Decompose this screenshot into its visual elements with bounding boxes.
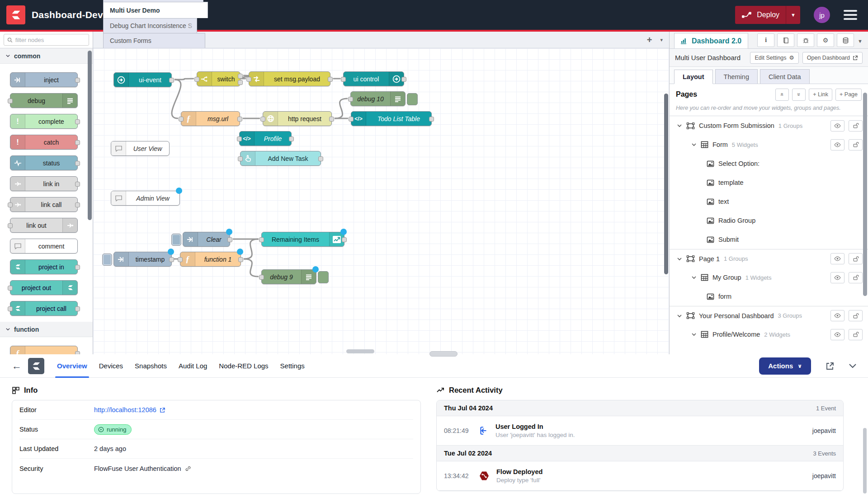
tree-widget-radio-group[interactable]: Radio Group xyxy=(670,211,868,230)
input-port[interactable] xyxy=(246,77,251,82)
flow-tab-debug-chart-inconsistence-s[interactable]: Debug Chart Inconsistence S xyxy=(103,18,197,33)
flow-node-debug[interactable]: debug xyxy=(10,93,78,108)
flow-node-clear[interactable]: Clear xyxy=(183,232,230,247)
visibility-button[interactable] xyxy=(830,329,844,340)
flow-node-link-in[interactable]: link in xyxy=(10,176,78,191)
expand-all-button[interactable]: » xyxy=(792,89,806,101)
output-port[interactable] xyxy=(429,117,434,122)
input-port[interactable] xyxy=(238,156,243,161)
nav-tab-settings[interactable]: Settings xyxy=(278,354,307,378)
tree-group-profile-welcome[interactable]: Profile/Welcome2 Widgets xyxy=(670,325,868,344)
output-port[interactable] xyxy=(237,117,242,122)
tree-widget-submit[interactable]: Submit xyxy=(670,230,868,249)
palette-filter-input[interactable] xyxy=(15,37,85,43)
visibility-button[interactable] xyxy=(830,139,844,150)
flow-node-debug-9[interactable]: debug 9 xyxy=(261,269,316,284)
flow-node-todo-list-table[interactable]: </>Todo List Table xyxy=(351,111,432,126)
input-port[interactable] xyxy=(237,136,242,141)
chevron-down-icon[interactable] xyxy=(677,256,682,262)
output-port[interactable] xyxy=(227,237,232,242)
flow-tab-multi-user-demo[interactable]: Multi User Demo xyxy=(103,2,208,18)
editor-link[interactable]: http://localhost:12086 xyxy=(94,406,165,413)
flow-node-link-call[interactable]: link call xyxy=(10,197,78,212)
flow-node-ui-control[interactable]: ui control xyxy=(343,71,404,86)
tree-group-my-group[interactable]: My Group1 Widgets xyxy=(670,268,868,287)
flow-node-node[interactable]: ƒ xyxy=(10,346,78,354)
sidebar-help-tab[interactable] xyxy=(777,33,794,47)
output-port[interactable] xyxy=(342,237,347,242)
visibility-button[interactable] xyxy=(830,120,844,132)
lock-button[interactable] xyxy=(849,272,863,283)
lock-button[interactable] xyxy=(849,253,863,264)
collapse-all-button[interactable]: « xyxy=(775,89,789,101)
edit-settings-button[interactable]: Edit Settings⚙ xyxy=(750,52,798,64)
add-page-button[interactable]: + Page xyxy=(835,89,862,101)
tab-dashboard-2[interactable]: Dashboard 2.0 xyxy=(674,33,748,48)
output-port[interactable] xyxy=(289,136,294,141)
output-port-1[interactable] xyxy=(238,74,243,79)
sidebar-context-tab[interactable] xyxy=(837,33,854,47)
input-port[interactable] xyxy=(178,257,183,262)
input-port[interactable] xyxy=(259,275,264,280)
tab-client-data[interactable]: Client Data xyxy=(760,69,810,84)
input-port[interactable] xyxy=(348,97,353,102)
nav-tab-audit-log[interactable]: Audit Log xyxy=(177,354,209,378)
flow-node-complete[interactable]: !complete xyxy=(10,114,78,129)
lock-button[interactable] xyxy=(849,120,863,132)
actions-button[interactable]: Actions∨ xyxy=(759,357,811,375)
comment-node-user-view[interactable]: User View xyxy=(111,141,170,156)
tree-page-page-1[interactable]: Page 11 Groups xyxy=(670,249,868,268)
debug-toggle-button[interactable] xyxy=(318,271,329,283)
input-port[interactable] xyxy=(194,77,199,82)
flow-list-caret[interactable]: ▾ xyxy=(660,37,663,43)
sidebar-info-tab[interactable]: i xyxy=(757,33,774,47)
comment-node-admin-view[interactable]: Admin View xyxy=(111,191,180,206)
input-port[interactable] xyxy=(179,117,184,122)
output-port[interactable] xyxy=(318,156,323,161)
palette-scrollbar[interactable] xyxy=(88,51,92,220)
collapse-panel-icon[interactable] xyxy=(849,364,856,368)
output-port-2[interactable] xyxy=(238,80,243,85)
tree-page-your-personal-dashboard[interactable]: Your Personal Dashboard3 Groups xyxy=(670,306,868,325)
sidebar-tabs-caret[interactable]: ▼ xyxy=(858,38,863,44)
lock-button[interactable] xyxy=(849,139,863,150)
palette-category-common[interactable]: common xyxy=(0,48,93,64)
canvas-hscrollbar[interactable] xyxy=(346,349,374,353)
chevron-down-icon[interactable] xyxy=(691,332,697,337)
nav-tab-node-red-logs[interactable]: Node-RED Logs xyxy=(217,354,270,378)
tree-widget-template[interactable]: template xyxy=(670,173,868,192)
flow-node-timestamp[interactable]: timestamp xyxy=(113,252,172,267)
flow-node-ui-event[interactable]: ui-event xyxy=(113,72,172,87)
lock-button[interactable] xyxy=(849,329,863,340)
output-port[interactable] xyxy=(401,77,406,82)
flow-node-project-out[interactable]: project out xyxy=(10,280,78,295)
chevron-down-icon[interactable] xyxy=(677,313,682,319)
flow-node-debug-10[interactable]: debug 10 xyxy=(350,91,406,106)
flow-node-inject[interactable]: inject xyxy=(10,72,78,87)
inject-button[interactable] xyxy=(171,234,181,246)
palette-category-function[interactable]: function xyxy=(0,322,93,337)
flow-node-function-1[interactable]: ƒfunction 1 xyxy=(180,252,241,267)
deploy-options-caret[interactable]: ▼ xyxy=(786,6,800,24)
input-port[interactable] xyxy=(341,77,346,82)
visibility-button[interactable] xyxy=(830,253,844,264)
sidebar-scrollbar[interactable] xyxy=(863,93,867,296)
tab-layout[interactable]: Layout xyxy=(674,70,713,84)
input-port[interactable] xyxy=(349,117,354,122)
flow-node-project-call[interactable]: project call xyxy=(10,301,78,316)
tab-theming[interactable]: Theming xyxy=(715,69,758,84)
canvas-vscrollbar[interactable] xyxy=(664,94,668,274)
visibility-button[interactable] xyxy=(830,272,844,283)
main-menu-icon[interactable] xyxy=(844,10,857,20)
chevron-down-icon[interactable] xyxy=(691,142,697,147)
nav-tab-snapshots[interactable]: Snapshots xyxy=(133,354,169,378)
open-dashboard-button[interactable]: Open Dashboard xyxy=(802,52,863,64)
user-avatar[interactable]: jp xyxy=(814,7,830,23)
lock-button[interactable] xyxy=(849,310,863,321)
chevron-down-icon[interactable] xyxy=(691,275,697,280)
flow-node-status[interactable]: status xyxy=(10,155,78,170)
palette-filter[interactable] xyxy=(4,34,89,46)
flow-node-comment[interactable]: comment xyxy=(10,239,78,254)
debug-toggle-button[interactable] xyxy=(407,93,418,105)
flow-node-profile[interactable]: </>Profile xyxy=(239,131,292,146)
